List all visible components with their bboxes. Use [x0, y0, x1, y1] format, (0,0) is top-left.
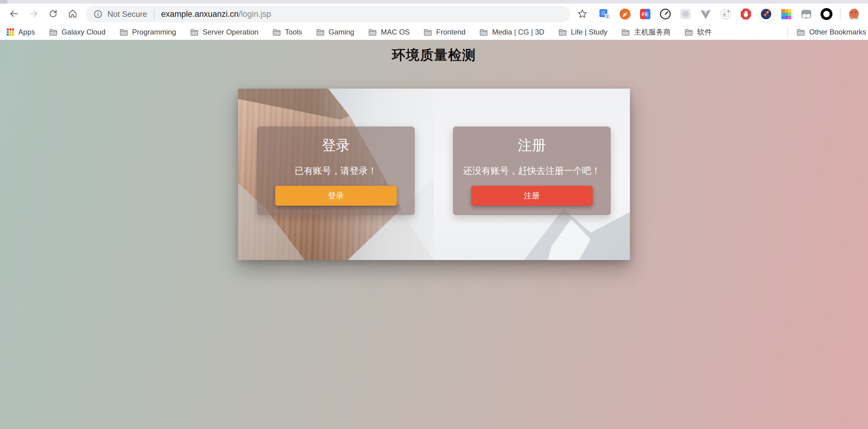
bookmark-folder-frontend[interactable]: Frontend: [424, 28, 465, 36]
bookmark-label: Gaming: [329, 28, 354, 36]
bookmark-label: Frontend: [436, 28, 465, 36]
reload-icon: [48, 8, 58, 20]
toolbar-separator: [840, 8, 840, 20]
rocket-night-extension-icon[interactable]: [758, 6, 774, 22]
vue-devtools-extension-icon[interactable]: [700, 8, 712, 20]
forward-icon: [28, 8, 39, 20]
bookmark-label: Server Operation: [203, 28, 258, 36]
google-translate-extension-icon[interactable]: G文: [599, 8, 611, 20]
folder-icon: [479, 29, 488, 36]
gray-goggles-extension-icon[interactable]: [800, 8, 812, 20]
bookmark-folder-galaxy-cloud[interactable]: Galaxy Cloud: [49, 28, 105, 36]
color-grid-extension-icon[interactable]: [780, 8, 792, 20]
home-button[interactable]: [66, 7, 79, 21]
bookmark-label: MAC OS: [381, 28, 410, 36]
address-bar[interactable]: Not Secure example.anxuanzi.cn/login.jsp: [86, 6, 570, 22]
profile-avatar[interactable]: [847, 7, 861, 21]
register-card-subtitle: 还没有账号，赶快去注册一个吧！: [453, 166, 611, 175]
folder-icon: [621, 29, 630, 36]
login-card: 登录 已有账号，请登录！ 登录: [257, 126, 415, 215]
bookmark-other-bookmarks[interactable]: Other Bookmarks: [797, 28, 866, 36]
fe-helper-extension-icon[interactable]: FE: [639, 8, 651, 20]
bookmark-label: Apps: [18, 28, 35, 36]
security-label: Not Secure: [107, 9, 147, 19]
svg-text:FE: FE: [642, 11, 649, 18]
url-text: example.anxuanzi.cn/login.jsp: [161, 9, 271, 19]
url-domain: example.anxuanzi.cn: [161, 9, 239, 19]
forward-button[interactable]: [27, 7, 40, 21]
reload-button[interactable]: [46, 7, 60, 21]
bookmark-label: Media | CG | 3D: [492, 28, 544, 36]
star-icon: [577, 8, 588, 20]
bookmark-folder-tools[interactable]: Tools: [273, 28, 302, 36]
react-devtools-extension-icon[interactable]: [679, 8, 691, 20]
folder-icon: [273, 29, 281, 36]
tab-edge: [0, 0, 7, 4]
bookmark-label: Life | Study: [571, 28, 608, 36]
login-button[interactable]: 登录: [275, 186, 397, 206]
url-path: /login.jsp: [239, 9, 271, 19]
folder-icon: [424, 29, 432, 36]
page-content: 环境质量检测 登录 已有账号，请登录！ 登录 注册 还没有账: [0, 40, 868, 429]
bookmark-folder-server-operation[interactable]: Server Operation: [190, 28, 258, 36]
folder-icon: [797, 29, 805, 36]
bookmark-folder-gaming[interactable]: Gaming: [316, 28, 354, 36]
bookmark-folder-programming[interactable]: Programming: [120, 28, 176, 36]
login-card-subtitle: 已有账号，请登录！: [257, 166, 415, 175]
browser-toolbar: Not Secure example.anxuanzi.cn/login.jsp…: [0, 4, 868, 24]
hero-photo-right: 注册 还没有账号，赶快去注册一个吧！ 注册: [434, 89, 630, 260]
bookmark-folder-software[interactable]: 软件: [685, 27, 712, 37]
folder-icon: [368, 29, 377, 36]
bookmark-label: Programming: [132, 28, 176, 36]
login-register-panel: 登录 已有账号，请登录！ 登录 注册 还没有账号，赶快去注册一个吧！ 注册: [238, 89, 630, 260]
bookmark-label: 软件: [697, 27, 712, 37]
bookmark-folder-mac-os[interactable]: MAC OS: [368, 28, 410, 36]
folder-icon: [685, 29, 693, 36]
folder-icon: [49, 29, 57, 36]
rocket-orange-extension-icon[interactable]: [619, 8, 631, 20]
hero-photo-left: 登录 已有账号，请登录！ 登录: [238, 89, 434, 260]
page-title: 环境质量检测: [0, 40, 868, 64]
register-button[interactable]: 注册: [471, 186, 593, 206]
register-card-title: 注册: [453, 138, 611, 152]
bookmark-label: Other Bookmarks: [809, 28, 866, 36]
extensions-row: G文 FE: [599, 6, 833, 22]
bookmark-star-button[interactable]: [575, 8, 590, 21]
login-card-title: 登录: [257, 138, 415, 152]
apps-grid-icon: [7, 28, 14, 36]
info-icon[interactable]: [93, 9, 102, 19]
bookmarks-separator: [787, 27, 788, 37]
folder-icon: [190, 29, 198, 36]
bookmarks-bar: Apps Galaxy Cloud Programming Server Ope…: [0, 24, 868, 40]
black-ring-extension-icon[interactable]: [820, 8, 833, 20]
svg-text:G: G: [601, 11, 605, 16]
folder-icon: [559, 29, 567, 36]
bookmark-folder-life-study[interactable]: Life | Study: [559, 28, 608, 36]
omnibox-divider: [154, 9, 154, 19]
home-icon: [67, 8, 78, 20]
svg-text:文: 文: [606, 15, 610, 19]
folder-icon: [316, 29, 324, 36]
back-icon: [9, 8, 19, 20]
bookmark-label: 主机服务商: [634, 27, 671, 37]
back-button[interactable]: [7, 7, 21, 21]
bookmark-folder-hosting[interactable]: 主机服务商: [621, 27, 671, 37]
speed-gauge-extension-icon[interactable]: [659, 8, 672, 20]
folder-icon: [120, 29, 128, 36]
register-card: 注册 还没有账号，赶快去注册一个吧！ 注册: [453, 126, 611, 215]
orbit-extension-icon[interactable]: [720, 8, 732, 20]
bookmark-label: Tools: [285, 28, 302, 36]
bookmark-label: Galaxy Cloud: [62, 28, 105, 36]
browser-window: Not Secure example.anxuanzi.cn/login.jsp…: [0, 0, 868, 429]
adblock-extension-icon[interactable]: [740, 8, 752, 20]
bookmark-apps[interactable]: Apps: [7, 28, 35, 36]
bookmark-folder-media-cg-3d[interactable]: Media | CG | 3D: [479, 28, 544, 36]
tab-strip: [0, 0, 868, 4]
